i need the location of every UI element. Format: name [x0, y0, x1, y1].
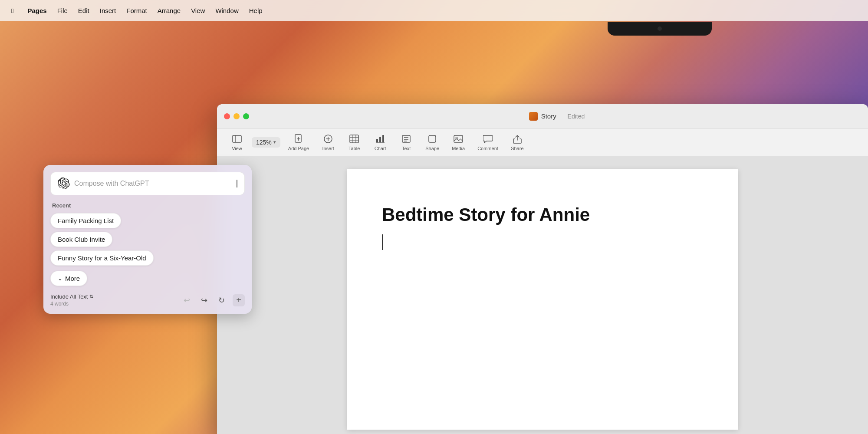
word-count-label: 4 words [50, 301, 93, 307]
shape-icon [427, 134, 437, 144]
menubar-pages[interactable]: Pages [23, 5, 51, 16]
window-titlebar: Story — Edited [217, 104, 868, 128]
menubar-format[interactable]: Format [122, 5, 151, 16]
include-all-text-label: Include All Text [50, 293, 88, 300]
pages-toolbar: View 125% ▾ Add Page [217, 128, 868, 156]
toolbar-table[interactable]: Table [341, 131, 367, 154]
toolbar-shape[interactable]: Shape [419, 131, 445, 154]
toolbar-view-label: View [232, 146, 242, 151]
traffic-light-maximize[interactable] [243, 113, 249, 119]
toolbar-zoom-control[interactable]: 125% ▾ [252, 137, 280, 148]
toolbar-insert-label: Insert [322, 146, 334, 151]
recent-chip-label: Funny Story for a Six-Year-Old [58, 254, 146, 262]
recent-chip-label: Family Packing List [58, 217, 114, 224]
page-canvas[interactable]: Bedtime Story for Annie [347, 169, 738, 430]
menubar-window[interactable]: Window [211, 5, 243, 16]
comment-icon [483, 134, 493, 144]
toolbar-view[interactable]: View [224, 131, 250, 154]
document-area: Bedtime Story for Annie [217, 156, 868, 434]
menubar-help[interactable]: Help [245, 5, 267, 16]
toolbar-media[interactable]: Media [445, 131, 471, 154]
window-edited-label: — Edited [560, 113, 585, 120]
svg-rect-22 [454, 135, 463, 142]
svg-rect-15 [382, 135, 384, 142]
chatgpt-input-wrapper[interactable]: Compose with ChatGPT [50, 172, 245, 195]
toolbar-share-label: Share [511, 146, 523, 151]
menubar:  Pages File Edit Insert Format Arrange … [0, 0, 868, 21]
toolbar-text[interactable]: Text [393, 131, 419, 154]
document-title: Bedtime Story for Annie [382, 204, 703, 226]
pages-window: Story — Edited View 125% ▾ [217, 104, 868, 434]
svg-rect-21 [429, 135, 436, 142]
toolbar-comment[interactable]: Comment [471, 131, 504, 154]
toolbar-chart[interactable]: Chart [367, 131, 393, 154]
footer-actions: ↩ ↪ ↻ + [181, 294, 245, 306]
svg-rect-8 [350, 135, 358, 143]
add-to-doc-button[interactable]: + [233, 294, 245, 306]
chatgpt-logo-icon [58, 178, 70, 190]
svg-rect-2 [295, 135, 301, 142]
more-button[interactable]: ⌄ More [50, 271, 87, 286]
add-page-icon [293, 134, 304, 144]
camera-dot [658, 26, 662, 31]
input-cursor [237, 180, 237, 187]
refresh-button[interactable]: ↻ [215, 294, 227, 306]
toolbar-add-page-label: Add Page [288, 146, 309, 151]
traffic-light-close[interactable] [224, 113, 230, 119]
more-chevron-icon: ⌄ [58, 275, 62, 282]
include-all-text-toggle[interactable]: Include All Text ⇅ [50, 293, 93, 300]
panel-footer: Include All Text ⇅ 4 words ↩ ↪ ↻ + [50, 288, 245, 307]
chatgpt-compose-input[interactable]: Compose with ChatGPT [74, 180, 232, 187]
undo-button[interactable]: ↩ [181, 294, 193, 306]
text-cursor [382, 234, 383, 250]
toolbar-table-label: Table [349, 146, 360, 151]
menubar-file[interactable]: File [53, 5, 72, 16]
recent-chip-funny-story[interactable]: Funny Story for a Six-Year-Old [50, 250, 154, 266]
media-icon [453, 134, 464, 144]
svg-rect-0 [233, 135, 241, 142]
table-icon [349, 134, 359, 144]
document-cursor-line [382, 234, 703, 250]
recent-chip-book-club[interactable]: Book Club Invite [50, 232, 112, 247]
chatgpt-compose-panel: Compose with ChatGPT Recent Family Packi… [43, 165, 252, 314]
insert-icon [323, 134, 333, 144]
recent-chips-list: Family Packing List Book Club Invite Fun… [50, 213, 245, 266]
toolbar-comment-label: Comment [477, 146, 498, 151]
toolbar-text-label: Text [402, 146, 411, 151]
zoom-value: 125% [256, 139, 272, 146]
recent-chip-label: Book Club Invite [58, 236, 105, 243]
traffic-light-minimize[interactable] [233, 113, 240, 119]
include-chevron-icon: ⇅ [89, 294, 93, 299]
toolbar-chart-label: Chart [375, 146, 386, 151]
chart-icon [375, 134, 385, 144]
pages-document-icon [529, 112, 538, 121]
menubar-view[interactable]: View [187, 5, 209, 16]
toolbar-add-page[interactable]: Add Page [282, 131, 315, 154]
camera-notch [608, 22, 712, 36]
toolbar-media-label: Media [452, 146, 465, 151]
sidebar-icon [232, 134, 242, 144]
text-box-icon [401, 134, 411, 144]
more-button-label: More [65, 275, 80, 282]
window-title-area: Story — Edited [253, 112, 861, 121]
menubar-arrange[interactable]: Arrange [153, 5, 185, 16]
toolbar-share[interactable]: Share [504, 131, 530, 154]
toolbar-insert[interactable]: Insert [315, 131, 341, 154]
recent-section-label: Recent [50, 202, 245, 209]
apple-menu-item[interactable]:  [7, 5, 18, 16]
menubar-edit[interactable]: Edit [74, 5, 94, 16]
toolbar-shape-label: Shape [425, 146, 439, 151]
zoom-chevron-icon: ▾ [273, 139, 276, 145]
window-title: Story [541, 112, 556, 120]
share-icon [512, 134, 523, 144]
svg-rect-14 [379, 137, 381, 142]
redo-button[interactable]: ↪ [198, 294, 210, 306]
svg-rect-13 [376, 139, 378, 142]
menubar-insert[interactable]: Insert [95, 5, 121, 16]
recent-chip-family-packing[interactable]: Family Packing List [50, 213, 121, 228]
